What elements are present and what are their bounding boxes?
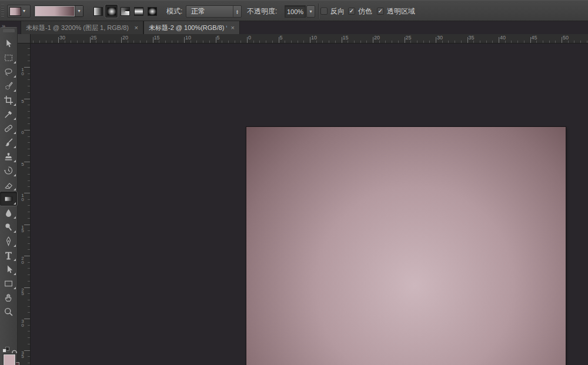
tools-panel-grip[interactable] (3, 29, 15, 32)
dither-checkbox[interactable]: ✓ (348, 8, 355, 15)
pen-tool[interactable] (0, 234, 17, 248)
reverse-checkbox-label[interactable]: 反向 (330, 1, 345, 22)
flyout-triangle-icon (14, 61, 16, 63)
move-tool[interactable] (0, 36, 17, 51)
quick-selection-tool[interactable] (0, 79, 17, 93)
ruler-tick (28, 262, 30, 263)
mode-label: 模式: (166, 1, 182, 22)
hand-tool[interactable] (0, 290, 17, 304)
ruler-label: 25 (406, 35, 412, 41)
chevron-down-icon: ▾ (23, 9, 25, 14)
ruler-label: 25 (91, 35, 97, 41)
flyout-triangle-icon (14, 245, 16, 247)
document-tab-untitled-2[interactable]: 未标题-2 @ 100%(RGB/8) * × (143, 21, 240, 34)
ruler-origin-corner[interactable] (18, 34, 31, 43)
ruler-tick (373, 37, 373, 43)
ruler-tick (140, 41, 141, 43)
ruler-tick (153, 37, 153, 43)
options-bar-grip[interactable] (1, 4, 4, 18)
ruler-tick (24, 225, 30, 225)
ruler-tick (24, 99, 30, 99)
ruler-tick (33, 41, 34, 43)
transparency-checkbox-label[interactable]: 透明区域 (387, 1, 415, 22)
ruler-tick (65, 41, 65, 43)
ruler-tick (24, 319, 30, 319)
crop-tool[interactable] (0, 93, 17, 107)
ruler-tick (28, 79, 30, 80)
rectangle-tool[interactable] (0, 276, 17, 290)
ruler-tick (536, 41, 537, 43)
opacity-input[interactable]: 100% (285, 5, 306, 18)
ruler-tick (405, 37, 405, 43)
flyout-triangle-icon (14, 273, 16, 275)
ruler-tick (178, 41, 178, 43)
ruler-tick (28, 174, 30, 175)
photoshop-window: ▾ ▾ 模式: 正常 ▲ ▼ 不透明度: 100% ▾ 反向 ✓ 仿色 ✓ 透明… (0, 0, 588, 365)
ruler-tick (28, 199, 30, 200)
tool-preset-picker[interactable]: ▾ (7, 5, 31, 18)
ruler-tick (216, 37, 216, 43)
close-icon[interactable]: × (231, 24, 235, 31)
flyout-triangle-icon (14, 132, 16, 134)
ruler-tick (473, 41, 474, 43)
eyedropper-icon (4, 109, 14, 119)
eraser-tool[interactable] (0, 178, 17, 192)
vertical-ruler[interactable]: 10505101520253035 (18, 43, 31, 365)
ruler-tick (52, 41, 52, 43)
type-icon (4, 250, 14, 260)
ruler-tick (28, 168, 30, 168)
quick-selection-icon (4, 81, 14, 91)
diamond-gradient-button[interactable] (146, 5, 158, 18)
opacity-dropdown-arrow[interactable]: ▾ (306, 5, 315, 18)
type-tool[interactable] (0, 248, 17, 262)
angle-gradient-button[interactable] (119, 5, 131, 18)
dither-checkbox-label[interactable]: 仿色 (358, 1, 372, 22)
stepper-arrows-icon[interactable]: ▲ ▼ (233, 6, 241, 17)
spot-healing-brush-tool[interactable] (0, 121, 17, 135)
eyedropper-tool[interactable] (0, 107, 17, 121)
ruler-tick (90, 37, 91, 43)
blur-tool[interactable] (0, 206, 17, 220)
ruler-tick (448, 41, 449, 43)
radial-gradient-button[interactable] (105, 5, 118, 18)
linear-gradient-button[interactable] (92, 5, 104, 18)
gradient-tool[interactable] (0, 192, 17, 206)
ruler-tick (71, 41, 71, 43)
foreground-color-swatch[interactable] (4, 354, 15, 365)
ruler-label: 50 (563, 35, 569, 41)
ruler-tick (303, 41, 304, 43)
ruler-label: 30 (437, 35, 443, 41)
ruler-tick (28, 249, 30, 250)
document-canvas[interactable] (246, 127, 566, 365)
brush-tool[interactable] (0, 135, 17, 149)
gradient-editor-preview[interactable]: ▾ (34, 5, 83, 17)
lasso-tool[interactable] (0, 65, 17, 79)
close-icon[interactable]: × (135, 24, 138, 31)
transparency-checkbox[interactable]: ✓ (377, 8, 384, 15)
spot-healing-brush-icon (4, 123, 14, 133)
ruler-tick (410, 41, 411, 43)
clone-stamp-tool[interactable] (0, 149, 17, 163)
reverse-checkbox[interactable] (320, 8, 328, 15)
ruler-tick (392, 41, 392, 43)
linear-gradient-icon (94, 8, 102, 15)
ruler-tick (196, 41, 197, 43)
document-tab-untitled-1[interactable]: 未标题-1 @ 3200% (图层 1, RGB/8) * × (21, 21, 143, 34)
dodge-tool[interactable] (0, 220, 17, 234)
zoom-tool[interactable] (0, 304, 17, 319)
ruler-tick (562, 37, 562, 43)
rectangular-marquee-tool[interactable] (0, 51, 17, 65)
ruler-tick (549, 41, 550, 43)
rectangle-icon (4, 279, 14, 289)
gradient-swatch-icon (35, 6, 75, 16)
default-colors-icon[interactable] (2, 347, 11, 354)
ruler-tick (235, 41, 235, 43)
gradient-picker-arrow[interactable]: ▾ (75, 6, 83, 16)
flyout-triangle-icon (14, 259, 16, 261)
ruler-tick (28, 149, 30, 149)
history-brush-tool[interactable] (0, 163, 17, 178)
path-selection-tool[interactable] (0, 262, 17, 276)
blend-mode-select[interactable]: 正常 ▲ ▼ (186, 5, 242, 18)
horizontal-ruler[interactable]: 3025201510505101520253035404550 (31, 34, 588, 43)
reflected-gradient-button[interactable] (132, 5, 145, 18)
